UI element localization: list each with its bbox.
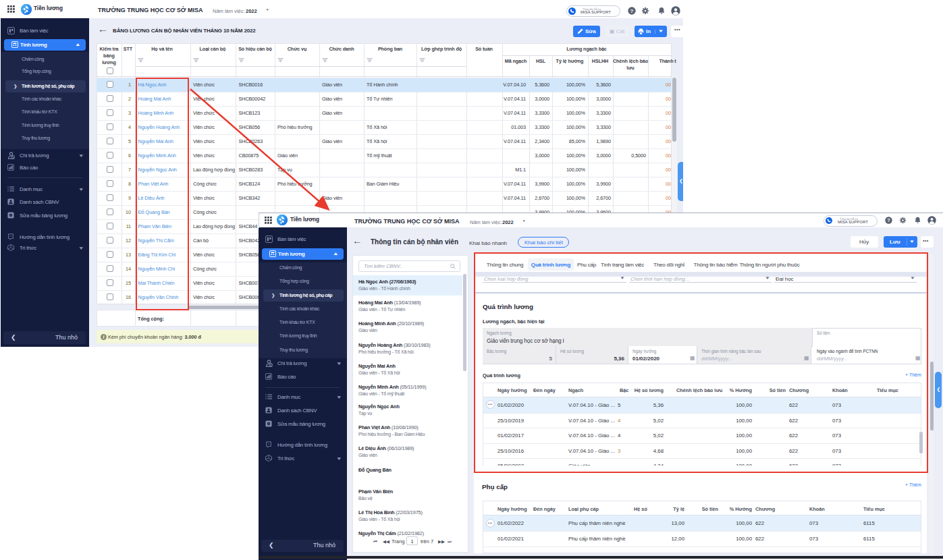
svg-text:?: ?	[887, 218, 890, 223]
svg-text:i: i	[103, 334, 105, 339]
svg-text:?: ?	[630, 8, 634, 14]
